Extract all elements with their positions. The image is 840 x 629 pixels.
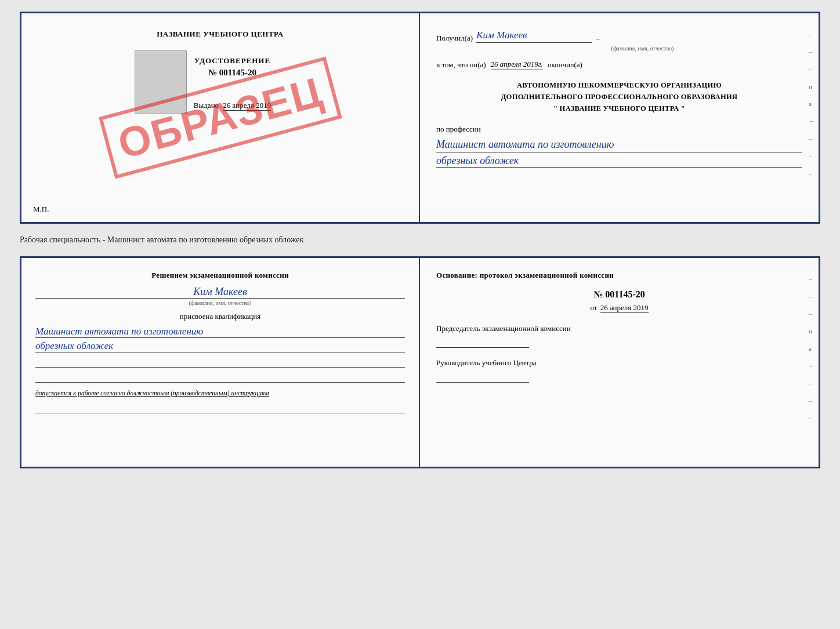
- issued-date-value: 26 апреля 2019: [223, 101, 271, 111]
- cert-text-column: УДОСТОВЕРЕНИЕ № 001145-20 Выдано 26 апре…: [194, 50, 271, 110]
- bottom-right-edge-marks: – – – и а ← – – –: [809, 275, 815, 421]
- top-document: НАЗВАНИЕ УЧЕБНОГО ЦЕНТРА УДОСТОВЕРЕНИЕ №…: [20, 12, 820, 224]
- recipient-prefix: Получил(а): [436, 34, 473, 43]
- issued-prefix: Выдано: [194, 101, 219, 110]
- head-block: Руководитель учебного Центра: [436, 357, 802, 383]
- separator-label: Рабочая специальность - Машинист автомат…: [20, 233, 820, 247]
- protocol-date-prefix: от: [590, 303, 597, 312]
- top-left-training-center: НАЗВАНИЕ УЧЕБНОГО ЦЕНТРА: [157, 30, 284, 39]
- date-suffix: окончил(а): [548, 60, 582, 70]
- chairman-block: Председатель экзаменационной комиссии: [436, 323, 802, 348]
- bottom-person-name: Ким Макеев: [35, 286, 405, 299]
- org-line2: ДОПОЛНИТЕЛЬНОГО ПРОФЕССИОНАЛЬНОГО ОБРАЗО…: [436, 91, 802, 103]
- date-value: 26 апреля 2019г.: [491, 60, 543, 70]
- protocol-date-value: 26 апреля 2019: [600, 303, 649, 313]
- dash: –: [596, 34, 600, 43]
- bottom-left-panel: Решением экзаменационной комиссии Ким Ма…: [21, 258, 420, 467]
- basis-label: Основание: протокол экзаменационной коми…: [436, 270, 802, 281]
- top-left-panel: НАЗВАНИЕ УЧЕБНОГО ЦЕНТРА УДОСТОВЕРЕНИЕ №…: [21, 13, 420, 222]
- issued-date: Выдано 26 апреля 2019: [194, 101, 271, 110]
- qual-line1: Машинист автомата по изготовлению: [35, 326, 405, 338]
- bottom-document: Решением экзаменационной комиссии Ким Ма…: [20, 256, 820, 468]
- admission-text: допускается к работе согласно должностны…: [35, 388, 405, 398]
- commission-label: Решением экзаменационной комиссии: [35, 270, 405, 281]
- blank-line-1: [35, 357, 405, 368]
- mp-label: М.П.: [33, 205, 49, 214]
- org-line1: АВТОНОМНУЮ НЕКОММЕРЧЕСКУЮ ОРГАНИЗАЦИЮ: [436, 79, 802, 91]
- recipient-name: Ким Макеев: [476, 30, 592, 43]
- date-line: в том, что он(а) 26 апреля 2019г. окончи…: [436, 60, 802, 70]
- top-right-panel: Получил(а) Ким Макеев – (фамилия, имя, о…: [420, 13, 819, 222]
- org-block: АВТОНОМНУЮ НЕКОММЕРЧЕСКУЮ ОРГАНИЗАЦИЮ ДО…: [436, 79, 802, 114]
- chairman-sign-line: [436, 337, 529, 348]
- right-edge-marks: – – – и а ← – – –: [809, 31, 815, 177]
- bottom-fio-hint: (фамилия, имя, отчество): [35, 300, 405, 306]
- photo-cert-row: УДОСТОВЕРЕНИЕ № 001145-20 Выдано 26 апре…: [169, 50, 271, 114]
- admission-detail: допускается к работе согласно должностны…: [35, 390, 269, 397]
- head-label: Руководитель учебного Центра: [436, 357, 802, 369]
- recipient-line: Получил(а) Ким Макеев –: [436, 30, 802, 43]
- blank-line-2: [35, 372, 405, 383]
- profession-line2: обрезных обложек: [436, 155, 802, 168]
- qual-line2: обрезных обложек: [35, 340, 405, 352]
- qualification-label: присвоена квалификация: [35, 312, 405, 321]
- head-sign-line: [436, 372, 529, 383]
- cert-number: № 001145-20: [194, 68, 270, 78]
- bottom-right-panel: Основание: протокол экзаменационной коми…: [420, 258, 819, 467]
- chairman-label: Председатель экзаменационной комиссии: [436, 323, 802, 335]
- fio-hint-top: (фамилия, имя, отчество): [483, 45, 802, 52]
- profession-prefix: по профессии: [436, 125, 802, 134]
- profession-line1: Машинист автомата по изготовлению: [436, 137, 802, 152]
- blank-line-3: [35, 403, 405, 413]
- cert-info: УДОСТОВЕРЕНИЕ № 001145-20: [194, 56, 270, 78]
- org-name: " НАЗВАНИЕ УЧЕБНОГО ЦЕНТРА ": [436, 103, 802, 114]
- protocol-date: от 26 апреля 2019: [436, 303, 802, 312]
- date-prefix: в том, что он(а): [436, 60, 486, 70]
- protocol-number: № 001145-20: [436, 289, 802, 300]
- cert-label: УДОСТОВЕРЕНИЕ: [194, 56, 270, 66]
- photo-placeholder: [135, 50, 187, 114]
